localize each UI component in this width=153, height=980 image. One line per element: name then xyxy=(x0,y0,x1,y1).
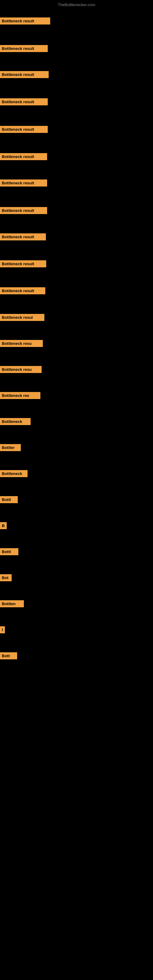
bottleneck-badge: Bottleneck result xyxy=(0,153,47,160)
bottleneck-badge: Bottlen xyxy=(0,600,24,607)
bottleneck-badge: Bottleneck result xyxy=(0,287,45,294)
bottleneck-badge: I xyxy=(0,626,5,633)
bottleneck-badge: Bottl xyxy=(0,496,18,503)
bottleneck-badge: Bottleneck result xyxy=(0,71,49,78)
bottleneck-badge: Bottleneck result xyxy=(0,207,47,214)
bottleneck-badge: Bottleneck result xyxy=(0,180,47,186)
bottleneck-badge: Bottleneck result xyxy=(0,233,46,240)
bottleneck-badge: B xyxy=(0,522,7,529)
bottleneck-badge: Bot xyxy=(0,574,12,581)
bottleneck-badge: Bottleneck result xyxy=(0,126,48,133)
bottleneck-badge: Bottleneck resul xyxy=(0,314,45,321)
bottleneck-badge: Bottleneck result xyxy=(0,98,48,105)
bottleneck-badge: Bottleneck result xyxy=(0,260,46,267)
bottleneck-badge: Bottleneck res xyxy=(0,392,40,399)
bottleneck-badge: Bottleneck result xyxy=(0,18,50,24)
bottleneck-badge: Bottler xyxy=(0,444,21,451)
bottleneck-badge: Bottl xyxy=(0,548,18,555)
site-title: TheBottlenecker.com xyxy=(58,2,95,7)
bottleneck-badge: Bottleneck xyxy=(0,418,30,425)
bottleneck-badge: Bottleneck resu xyxy=(0,366,41,373)
bottleneck-badge: Bottleneck result xyxy=(0,45,48,52)
bottleneck-badge: Bott xyxy=(0,652,17,659)
bottleneck-badge: Bottleneck xyxy=(0,470,27,477)
bottleneck-badge: Bottleneck resu xyxy=(0,340,43,347)
